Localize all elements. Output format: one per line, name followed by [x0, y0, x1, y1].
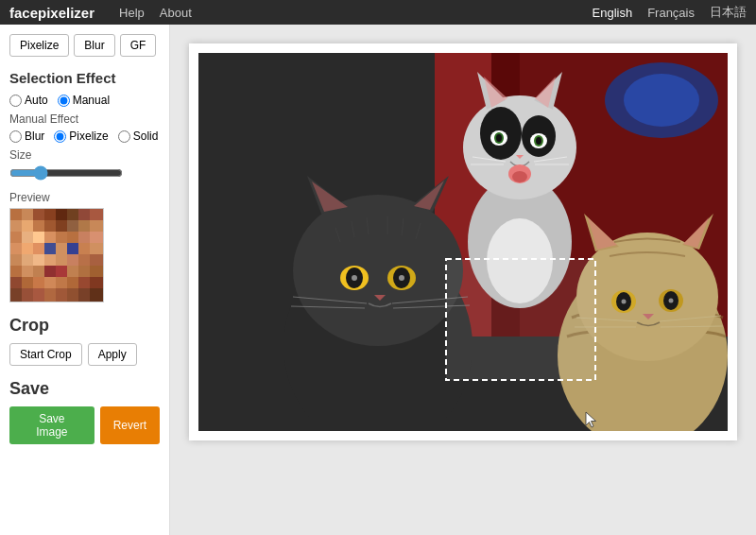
start-crop-button[interactable]: Start Crop: [9, 343, 82, 366]
svg-rect-50: [22, 277, 33, 288]
size-slider[interactable]: [9, 165, 123, 181]
svg-rect-24: [90, 232, 104, 243]
gf-tool-button[interactable]: GF: [120, 34, 157, 57]
svg-rect-63: [78, 288, 90, 302]
pixelize-tool-button[interactable]: Pixelize: [9, 34, 69, 57]
svg-rect-18: [22, 232, 33, 243]
save-image-button[interactable]: Save Image: [9, 406, 94, 444]
tool-buttons-group: Pixelize Blur GF: [9, 34, 160, 57]
svg-rect-52: [44, 277, 56, 288]
svg-rect-58: [22, 288, 33, 302]
top-navbar: facepixelizer Help About English Françai…: [0, 0, 756, 25]
auto-radio[interactable]: [9, 95, 22, 107]
svg-rect-14: [67, 220, 78, 232]
svg-rect-48: [90, 266, 104, 277]
selection-effect-title: Selection Effect: [9, 70, 160, 86]
about-link[interactable]: About: [160, 6, 192, 20]
svg-rect-40: [90, 254, 104, 266]
svg-point-70: [624, 74, 699, 127]
svg-rect-34: [22, 254, 33, 266]
svg-rect-45: [56, 266, 67, 277]
svg-rect-21: [56, 232, 67, 243]
svg-rect-7: [78, 209, 90, 220]
svg-rect-59: [33, 288, 44, 302]
auto-manual-group: Auto Manual: [9, 94, 160, 107]
svg-rect-28: [44, 243, 56, 254]
svg-rect-23: [78, 232, 90, 243]
size-label: Size: [9, 148, 160, 162]
svg-rect-4: [44, 209, 56, 220]
save-buttons-group: Save Image Revert: [9, 406, 160, 444]
svg-rect-15: [78, 220, 90, 232]
svg-point-124: [622, 300, 627, 304]
svg-point-94: [293, 195, 463, 346]
auto-radio-label[interactable]: Auto: [9, 94, 48, 107]
svg-rect-133: [446, 259, 595, 380]
lang-english[interactable]: English: [593, 6, 633, 20]
svg-rect-55: [78, 277, 90, 288]
apply-button[interactable]: Apply: [88, 343, 137, 366]
svg-rect-62: [67, 288, 78, 302]
main-layout: Pixelize Blur GF Selection Effect Auto M…: [0, 25, 756, 535]
svg-rect-19: [33, 232, 44, 243]
svg-rect-44: [44, 266, 56, 277]
svg-rect-43: [33, 266, 44, 277]
cats-image-container[interactable]: [198, 53, 728, 431]
svg-rect-47: [78, 266, 90, 277]
svg-rect-56: [90, 277, 104, 288]
blur-tool-button[interactable]: Blur: [74, 34, 114, 57]
manual-radio[interactable]: [58, 95, 70, 107]
svg-rect-39: [78, 254, 90, 266]
solid-effect-label[interactable]: Solid: [118, 129, 159, 143]
manual-radio-label[interactable]: Manual: [58, 94, 110, 107]
svg-rect-49: [10, 277, 22, 288]
svg-rect-8: [90, 209, 104, 220]
manual-effect-label: Manual Effect: [9, 112, 160, 126]
svg-rect-27: [33, 243, 44, 254]
svg-rect-37: [56, 254, 67, 266]
crop-title: Crop: [9, 316, 160, 336]
svg-rect-2: [22, 209, 33, 220]
svg-rect-35: [33, 254, 44, 266]
svg-rect-38: [67, 254, 78, 266]
svg-rect-22: [67, 232, 78, 243]
svg-rect-1: [10, 209, 22, 220]
svg-rect-32: [90, 243, 104, 254]
main-content: [170, 25, 756, 535]
svg-rect-9: [10, 220, 22, 232]
solid-effect-radio[interactable]: [118, 130, 130, 143]
svg-rect-53: [56, 277, 67, 288]
blur-effect-radio[interactable]: [9, 130, 22, 143]
svg-rect-25: [10, 243, 22, 254]
svg-point-72: [463, 95, 576, 199]
svg-rect-41: [10, 266, 22, 277]
svg-rect-60: [44, 288, 56, 302]
pixelize-effect-radio[interactable]: [54, 130, 66, 143]
svg-rect-64: [90, 288, 104, 302]
svg-rect-10: [22, 220, 33, 232]
svg-rect-5: [56, 209, 67, 220]
svg-rect-29: [56, 243, 67, 254]
lang-japanese[interactable]: 日本語: [710, 4, 747, 21]
crop-buttons-group: Start Crop Apply: [9, 343, 160, 366]
svg-rect-46: [67, 266, 78, 277]
svg-rect-11: [33, 220, 44, 232]
svg-rect-33: [10, 254, 22, 266]
cats-scene-svg: [198, 53, 728, 431]
blur-effect-label[interactable]: Blur: [9, 129, 44, 143]
revert-button[interactable]: Revert: [100, 406, 160, 444]
svg-rect-36: [44, 254, 56, 266]
svg-point-84: [536, 137, 541, 145]
help-link[interactable]: Help: [119, 6, 145, 20]
lang-french[interactable]: Français: [647, 6, 695, 20]
pixelize-effect-label[interactable]: Pixelize: [54, 129, 108, 143]
svg-rect-54: [67, 277, 78, 288]
svg-rect-6: [67, 209, 78, 220]
svg-point-104: [399, 275, 404, 281]
svg-rect-57: [10, 288, 22, 302]
svg-rect-61: [56, 288, 67, 302]
preview-label: Preview: [9, 191, 160, 204]
svg-point-101: [352, 275, 357, 281]
save-title: Save: [9, 379, 160, 399]
manual-effect-group: Blur Pixelize Solid: [9, 129, 160, 143]
